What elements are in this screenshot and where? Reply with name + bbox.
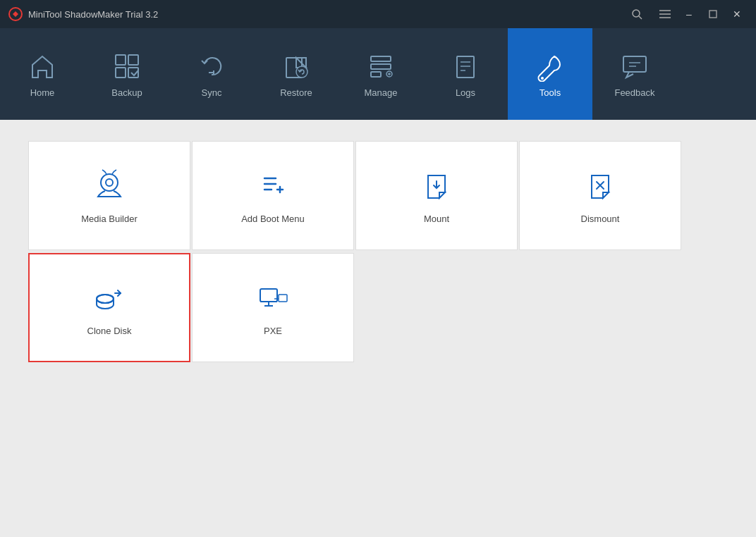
tool-media-builder-label: Media Builder (81, 214, 138, 224)
mount-icon (418, 167, 455, 204)
clone-disk-icon (91, 279, 128, 316)
sync-icon (196, 51, 227, 82)
minimize-button[interactable]: – (678, 4, 700, 25)
svg-rect-7 (116, 55, 126, 65)
pxe-icon (255, 279, 291, 316)
window-controls: – ✕ (654, 4, 748, 25)
nav-backup[interactable]: Backup (85, 28, 169, 120)
app-title: MiniTool ShadowMaker Trial 3.2 (28, 9, 626, 20)
maximize-button[interactable] (702, 4, 724, 25)
nav-home-label: Home (30, 87, 55, 98)
main-content: Media Builder Add Boot Menu Mount (0, 120, 756, 537)
svg-rect-17 (371, 72, 381, 77)
app-logo-icon (8, 7, 23, 21)
svg-point-14 (296, 66, 307, 78)
tool-add-boot-menu[interactable]: Add Boot Menu (192, 141, 354, 250)
dismount-icon (582, 167, 618, 204)
logs-icon (450, 51, 481, 82)
svg-rect-9 (116, 68, 126, 78)
tools-icon (535, 51, 566, 82)
restore-icon (281, 51, 312, 82)
backup-icon (111, 51, 142, 82)
nav-sync-label: Sync (202, 87, 222, 98)
nav-restore-label: Restore (280, 87, 312, 98)
titlebar: MiniTool ShadowMaker Trial 3.2 – ✕ (0, 0, 756, 28)
nav-backup-label: Backup (111, 87, 142, 98)
tool-mount-label: Mount (424, 214, 449, 224)
nav-feedback-label: Feedback (614, 87, 654, 98)
nav-tools[interactable]: Tools (508, 28, 592, 120)
add-boot-menu-icon (255, 167, 291, 204)
svg-rect-19 (457, 56, 474, 78)
svg-line-2 (639, 16, 642, 19)
manage-icon (365, 51, 396, 82)
svg-point-28 (106, 179, 113, 186)
svg-rect-45 (279, 295, 287, 302)
nav-manage-label: Manage (365, 87, 398, 98)
svg-point-23 (541, 77, 544, 80)
svg-point-37 (97, 295, 114, 303)
svg-rect-15 (371, 56, 391, 61)
nav-sync[interactable]: Sync (169, 28, 254, 120)
tool-mount[interactable]: Mount (355, 141, 518, 250)
tools-row2: Clone Disk PXE (28, 253, 684, 362)
feedback-icon (619, 51, 650, 82)
home-icon (27, 51, 58, 82)
nav-tools-label: Tools (539, 87, 561, 98)
svg-rect-41 (260, 289, 277, 302)
nav-logs-label: Logs (456, 87, 475, 98)
svg-rect-6 (709, 11, 717, 18)
tool-media-builder[interactable]: Media Builder (28, 141, 190, 250)
close-button[interactable]: ✕ (726, 4, 748, 25)
nav-home[interactable]: Home (0, 28, 85, 120)
search-button[interactable] (626, 4, 647, 25)
tool-clone-disk-label: Clone Disk (87, 326, 132, 336)
svg-rect-16 (371, 64, 391, 69)
tool-add-boot-menu-label: Add Boot Menu (241, 214, 305, 224)
tool-pxe-label: PXE (264, 326, 282, 336)
nav-logs[interactable]: Logs (423, 28, 508, 120)
tools-row1: Media Builder Add Boot Menu Mount (28, 141, 684, 252)
svg-rect-8 (128, 55, 138, 65)
menu-button[interactable] (654, 4, 676, 25)
nav-manage[interactable]: Manage (339, 28, 423, 120)
navbar: Home Backup Sync Restor (0, 28, 756, 120)
nav-feedback[interactable]: Feedback (592, 28, 677, 120)
svg-rect-24 (623, 56, 646, 72)
tool-pxe[interactable]: PXE (192, 253, 354, 362)
svg-point-27 (101, 174, 118, 191)
svg-point-1 (633, 10, 640, 17)
nav-restore[interactable]: Restore (254, 28, 339, 120)
tool-dismount[interactable]: Dismount (519, 141, 681, 250)
tool-clone-disk[interactable]: Clone Disk (28, 253, 190, 362)
svg-rect-12 (213, 70, 214, 75)
tool-dismount-label: Dismount (581, 214, 620, 224)
media-builder-icon (91, 167, 128, 204)
